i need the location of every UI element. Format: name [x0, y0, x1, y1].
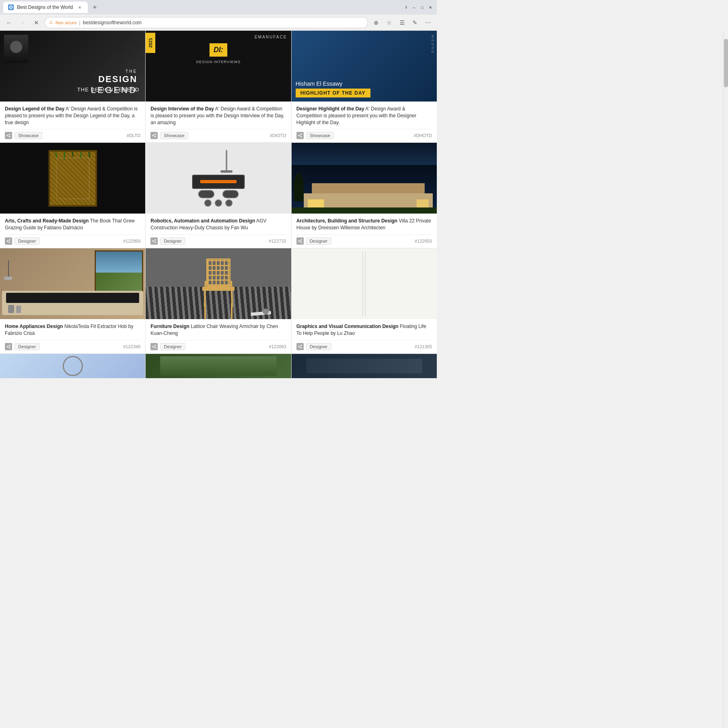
hashtag-architecture: #122650 [415, 239, 432, 243]
card-bottom-3 [292, 354, 437, 378]
browser-title-bar: Best Designs of the World ✕ + ⇕ – □ ✕ [0, 0, 437, 15]
svg-line-16 [299, 134, 301, 135]
card-body-architecture: Architecture, Building and Structure Des… [292, 214, 437, 248]
card-image-kitchen [0, 248, 145, 319]
card-body-robotics: Robotics, Automaton and Automation Desig… [146, 214, 291, 248]
card-title-highlight: Designer Highlight of the Day A' Design … [296, 106, 432, 126]
card-footer-architecture: Designer #122650 [296, 235, 432, 245]
highlight-banner: HIGHLIGHT OF THE DAY [296, 89, 370, 97]
highlight-person-name: Hisham El Essawy [296, 80, 343, 87]
badge-robotics[interactable]: Designer [160, 237, 185, 245]
hashtag-arts: #122969 [123, 239, 141, 243]
card-title-legend: Design Legend of the Day A' Design Award… [5, 106, 140, 126]
svg-line-31 [299, 240, 301, 241]
card-body-furniture: Furniture Design Lattice Chair Weaving A… [146, 319, 291, 353]
address-text: bestdesignsoftheworld.com [83, 20, 142, 25]
browser-toolbar: ← → ✕ ⚠ Non sicuro | bestdesignsofthewor… [0, 15, 437, 31]
back-button[interactable]: ← [3, 17, 15, 28]
wednesday-text: WEDNE [431, 35, 435, 55]
restore-button[interactable]: ⇕ [403, 4, 409, 11]
tab-title: Best Designs of the World [17, 4, 73, 10]
svg-line-32 [299, 241, 301, 242]
card-furniture: Furniture Design Lattice Chair Weaving A… [146, 248, 291, 353]
card-design-legend: the DESIGN LEGEND Design Legend of the D… [0, 31, 145, 142]
share-icon-robotics[interactable] [150, 237, 158, 245]
svg-line-26 [153, 240, 155, 241]
card-image-bottom1 [0, 354, 145, 378]
emanuface-text: EMANUFACE [254, 35, 287, 39]
svg-line-37 [7, 347, 10, 348]
card-footer-home: Designer #122340 [5, 340, 140, 350]
favorites-button[interactable]: ☆ [383, 17, 395, 28]
card-architecture: Architecture, Building and Structure Des… [292, 143, 437, 248]
badge-graphics[interactable]: Designer [306, 343, 331, 350]
svg-line-22 [7, 241, 10, 242]
share-icon-interview[interactable] [150, 132, 158, 139]
card-body-interview: Design Interview of the Day A' Design Aw… [146, 102, 291, 142]
card-image-graphic: 鬼才詩 [292, 248, 437, 319]
share-icon-home[interactable] [5, 343, 12, 350]
minimize-button[interactable]: – [411, 4, 417, 11]
collections-button[interactable]: ☰ [396, 17, 408, 28]
card-designer-highlight: WEDNE Hisham El Essawy HIGHLIGHT OF THE … [292, 31, 437, 142]
card-title-interview: Design Interview of the Day A' Design Aw… [150, 106, 286, 126]
share-icon-arts[interactable] [5, 237, 12, 245]
share-icon-graphics[interactable] [296, 343, 304, 350]
card-title-home: Home Appliances Design NikolaTesla Fit E… [5, 323, 140, 337]
forward-button[interactable]: → [17, 17, 28, 28]
extensions-button[interactable]: ⊕ [370, 17, 382, 28]
browser-window: Best Designs of the World ✕ + ⇕ – □ ✕ ← … [0, 0, 437, 378]
hashtag-graphics: #121305 [415, 344, 432, 349]
browser-tab[interactable]: Best Designs of the World ✕ [3, 2, 88, 13]
card-title-arts: Arts, Crafts and Ready-Made Design The B… [5, 218, 140, 231]
card-footer-furniture: Designer #122063 [150, 340, 286, 350]
menu-button[interactable]: ⋯ [422, 17, 434, 28]
reload-button[interactable]: ✕ [31, 17, 42, 28]
card-image-bottom2 [146, 354, 291, 378]
security-warning-icon: ⚠ [49, 20, 53, 25]
badge-furniture[interactable]: Designer [160, 343, 185, 350]
card-bottom-2 [146, 354, 291, 378]
badge-arts[interactable]: Designer [15, 237, 40, 245]
svg-line-47 [299, 347, 301, 348]
badge-home[interactable]: Designer [15, 343, 40, 350]
share-icon-highlight[interactable] [296, 132, 304, 139]
badge-interview[interactable]: Showcase [160, 132, 188, 139]
svg-line-36 [7, 345, 10, 347]
card-image-robot [146, 143, 291, 214]
new-tab-button[interactable]: + [89, 2, 101, 13]
maximize-button[interactable]: □ [419, 4, 425, 11]
share-icon-legend[interactable] [5, 132, 12, 139]
svg-line-6 [7, 134, 10, 135]
svg-line-21 [7, 240, 10, 241]
card-image-highlight: WEDNE Hisham El Essawy HIGHLIGHT OF THE … [292, 31, 437, 102]
card-image-bottom3 [292, 354, 437, 378]
card-title-furniture: Furniture Design Lattice Chair Weaving A… [150, 323, 286, 337]
hashtag-robotics: #122733 [269, 239, 286, 243]
card-body-graphics: Graphics and Visual Communication Design… [292, 319, 437, 353]
badge-highlight[interactable]: Showcase [306, 132, 334, 139]
close-button[interactable]: ✕ [427, 4, 434, 11]
badge-legend[interactable]: Showcase [15, 132, 42, 139]
card-robotics: Robotics, Automaton and Automation Desig… [146, 143, 291, 248]
card-image-chair [146, 248, 291, 319]
share-icon-architecture[interactable] [296, 237, 304, 245]
profile-button[interactable]: ✎ [409, 17, 421, 28]
card-body-home: Home Appliances Design NikolaTesla Fit E… [0, 319, 145, 353]
card-body-arts: Arts, Crafts and Ready-Made Design The B… [0, 214, 145, 248]
tab-close-icon[interactable]: ✕ [76, 4, 83, 11]
page-content: the DESIGN LEGEND Design Legend of the D… [0, 31, 437, 378]
card-home-appliances: Home Appliances Design NikolaTesla Fit E… [0, 248, 145, 353]
security-label: Non sicuro [55, 20, 77, 25]
card-footer-highlight: Showcase #DHOTD [296, 129, 432, 139]
tab-favicon [8, 4, 14, 10]
card-bottom-1 [0, 354, 145, 378]
svg-line-41 [153, 345, 155, 347]
card-footer-arts: Designer #122969 [5, 235, 140, 245]
share-icon-furniture[interactable] [150, 343, 158, 350]
card-title-architecture: Architecture, Building and Structure Des… [296, 218, 432, 231]
di-logo: DI: [210, 43, 227, 57]
address-bar[interactable]: ⚠ Non sicuro | bestdesignsoftheworld.com [44, 17, 368, 28]
badge-architecture[interactable]: Designer [306, 237, 331, 245]
svg-line-17 [299, 135, 301, 137]
